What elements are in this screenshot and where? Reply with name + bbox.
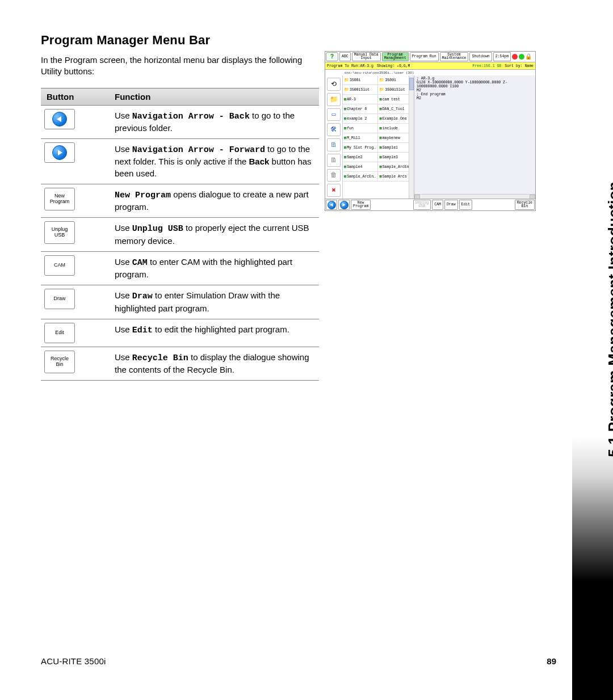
shot-unplug-usb: Unplug USB (413, 200, 431, 210)
arrow-right-icon (340, 201, 349, 209)
program-manager-screenshot: ? ABC Manual Data Input Program Manageme… (325, 51, 536, 211)
col-button: Button (41, 88, 109, 105)
status-red-icon (512, 54, 518, 60)
screen-icon: ▭ (327, 108, 341, 121)
cam-button: CAM (44, 255, 75, 276)
status-green-icon (519, 54, 524, 60)
arrow-left-icon (328, 201, 336, 209)
folder-icon: 📁 (327, 93, 341, 106)
shot-edit: Edit (459, 200, 473, 210)
tools-icon: 🛠 (327, 123, 341, 136)
shot-fwd-button (338, 200, 350, 210)
shot-recycle-bin: Recycle Bin (515, 200, 535, 210)
arrow-right-icon (52, 145, 67, 160)
page-heading: Program Manager Menu Bar (41, 33, 319, 48)
document-icon: 🗎 (327, 138, 341, 151)
row-cam-desc: Use CAM to enter CAM with the highlighte… (109, 251, 319, 285)
tab-system-maint: System Maintenance (440, 52, 469, 61)
help-icon: ? (326, 52, 338, 61)
row-recycle-desc: Use Recycle Bin to display the dialogue … (109, 347, 319, 381)
button-function-table: Button Function Use Navigation Arrow - B… (41, 88, 319, 381)
shot-back-button (326, 200, 337, 210)
row-draw-desc: Use Draw to enter Simulation Draw with t… (109, 285, 319, 319)
row-unplug-desc: Use Unplug USB to properly eject the cur… (109, 218, 319, 252)
docs-icon: 🗎 (327, 154, 341, 167)
trash-icon: 🗑 (327, 169, 341, 182)
row-fwd-desc: Use Navigation Arrow - Forward to go to … (109, 139, 319, 184)
file-preview: ; AR-3.gG120 X-100000000.0000 Y-10000000… (414, 75, 535, 199)
status-free: Free:156.1 GB (473, 64, 502, 68)
unplug-usb-button: Unplug USB (44, 221, 75, 244)
tab-program-run: Program Run (410, 52, 439, 61)
forward-arrow-button (44, 142, 75, 163)
intro-text: In the Program screen, the horizontal me… (41, 54, 319, 78)
section-title: 5.1 Program Management Introduction (605, 182, 613, 457)
tab-abc: ABC (339, 52, 351, 61)
clock-label: 2:54pm (493, 52, 511, 61)
tab-shutdown: Shutdown (469, 52, 492, 61)
new-program-button: New Program (44, 188, 75, 210)
status-sort: Sort by: Name (505, 64, 534, 68)
product-label: ACU-RITE 3500i (41, 656, 106, 666)
draw-button: Draw (44, 289, 75, 309)
section-banner: 5.1 Program Management Introduction (572, 0, 613, 700)
shot-draw: Draw (444, 200, 458, 210)
row-edit-desc: Use Edit to edit the highlighted part pr… (109, 319, 319, 347)
row-back-desc: Use Navigation Arrow - Back to go to the… (109, 105, 319, 139)
edit-button: Edit (44, 323, 75, 343)
tab-mdi: Manual Data Input (352, 52, 381, 61)
col-function: Function (109, 88, 319, 105)
back-arrow-button (44, 109, 75, 129)
lock-icon: 🔒 (525, 53, 532, 60)
shot-new-program: New Program (351, 200, 371, 210)
delete-icon: ✖ (327, 184, 341, 197)
arrow-left-icon (52, 112, 67, 126)
shot-cam: CAM (432, 200, 443, 210)
side-icon-column: ⟲ 📁 ▭ 🛠 🗎 🗎 🗑 ✖ (325, 75, 343, 199)
tab-program-management: Program Management (382, 52, 409, 61)
refresh-icon: ⟲ (327, 78, 341, 91)
row-newprog-desc: New Program opens dialogue to create a n… (109, 184, 319, 218)
status-showing: Showing: (377, 64, 394, 68)
page-number: 89 (547, 656, 556, 666)
status-program: Program To Run:AR-3.g (327, 64, 373, 68)
scrollbar-vertical (409, 75, 414, 199)
recycle-bin-button: Recycle Bin (44, 351, 75, 373)
file-list: 3500i3500i3500iSlot3500iSlotAR-3cam test… (343, 75, 414, 199)
